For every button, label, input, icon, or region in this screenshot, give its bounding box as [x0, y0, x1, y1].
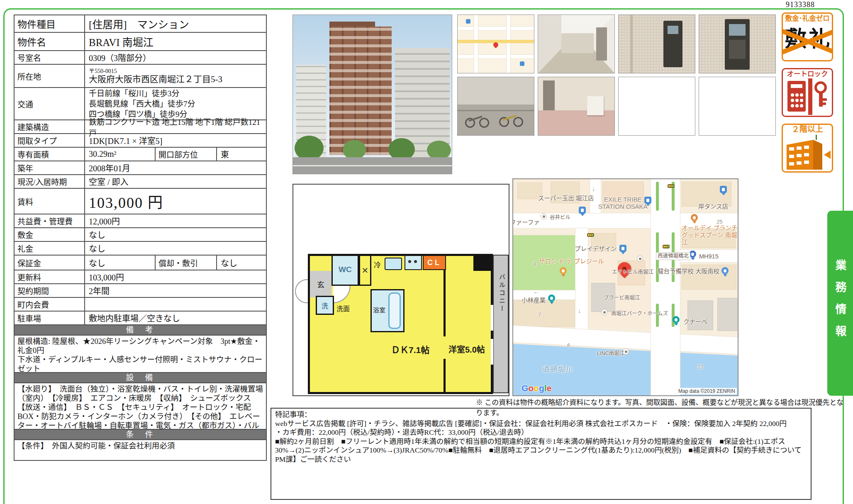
row-value: なし — [85, 228, 266, 241]
row-contract-term: 契約期間 2年間 — [15, 284, 266, 298]
minimap-road — [474, 15, 478, 73]
shop-pin-icon — [619, 245, 626, 252]
autolock-icon — [784, 78, 831, 115]
badge-crossed-chars: 敷 礼 — [783, 23, 832, 59]
row-label: 敷金 — [15, 228, 85, 241]
row-label: 物件種目 — [15, 15, 85, 32]
area-map: ↓ ↓ ← スーパー玉出 堀江店 EXILE TRIBE STATION OSA… — [512, 178, 738, 396]
map-label: スーパー玉出 堀江店 — [538, 195, 594, 202]
building-exterior-photo — [292, 15, 452, 174]
floor-plan-unit: WC ✕ 冷 CL 玄 洗 洗面 浴室 — [308, 254, 493, 394]
row-label: 号室名 — [15, 51, 85, 64]
one-way-arrow: ← — [533, 288, 539, 295]
fridge-label: 冷 — [374, 259, 381, 270]
row-property-type: 物件種目 [住居用] マンション — [15, 15, 266, 33]
entrance-interior-photo — [538, 77, 615, 136]
cl-label: CL — [427, 258, 441, 267]
minimap-road — [507, 15, 510, 73]
tree — [295, 136, 324, 161]
row-value: 103,000円 — [85, 270, 266, 283]
row-address: 所在地 〒550-0015 大阪府大阪市西区南堀江２丁目5-3 — [15, 65, 266, 88]
shop-pin-icon — [720, 186, 727, 193]
corridor-door — [596, 27, 607, 61]
badge-title: ２階以上 — [783, 125, 832, 134]
row-rent: 賃料 103,000 円 — [15, 189, 266, 214]
rack-line — [458, 110, 534, 111]
business-info-tab: 業務情報 — [827, 211, 853, 396]
bike-wheel — [479, 118, 489, 128]
row-label: 共益費・管理費 — [15, 214, 85, 227]
access-line: 千日前線「桜川」徒歩3分 — [89, 88, 180, 99]
row-label: 契約期間 — [15, 284, 85, 297]
bath-label: 浴室 — [373, 305, 385, 314]
map-label: プレイデザイン — [575, 246, 617, 253]
row-neighborhood-fee: 町内会費 — [15, 298, 266, 312]
shop-pin-icon — [579, 207, 586, 214]
row-value: BRAVI 南堀江 — [85, 33, 266, 50]
map-label: 岸タンス店 — [698, 203, 728, 210]
minimap-road — [458, 27, 534, 30]
balcony: バルコニー — [493, 255, 509, 393]
washer-space: 洗 — [316, 296, 334, 315]
badge-autolock: オートロック — [782, 68, 833, 117]
row-built-year: 築年 2008年01月 — [15, 161, 266, 175]
row-management-fee: 共益費・管理費 12,000円 — [15, 214, 266, 228]
business-info-tab-label: 業務情報 — [832, 259, 848, 347]
restaurant-pin-icon — [691, 214, 698, 221]
map-label: 25 — [717, 218, 722, 225]
remarks-text: 屋根構造: 陸屋根、★2026年リーシングキャンペーン対象 3pt★敷金・礼金0… — [15, 336, 266, 373]
room-divider-wall — [444, 270, 446, 336]
row-deposit: 敷金 なし — [15, 228, 266, 242]
row-value: 空室 / 即入 — [85, 175, 266, 188]
wc-room: WC — [331, 256, 359, 286]
row-label: 物件名 — [15, 33, 85, 50]
row-value: 2年間 — [85, 284, 266, 297]
wc-label: WC — [339, 265, 352, 274]
map-building — [687, 300, 713, 330]
closet-x: ✕ — [359, 256, 371, 286]
map-copyright: Map data ©2019 ZENRIN — [677, 388, 737, 394]
row-label: 建築構造 — [15, 120, 85, 133]
map-label: 谷井ビル — [550, 214, 570, 221]
section-header-equipment: 設 備 — [15, 373, 266, 383]
row-value: なし — [85, 256, 155, 270]
row-label: 更新料 — [15, 270, 85, 283]
map-label: ファーファ — [512, 219, 540, 226]
basin-label: 洗面 — [336, 303, 350, 313]
row-label: 専有面積 — [15, 148, 85, 161]
map-label: 6 — [567, 342, 570, 349]
balcony-label: バルコニー — [497, 274, 506, 313]
row-layout-type: 間取タイプ 1DK[DK7.1 × 洋室5] — [15, 134, 266, 148]
rent-amount: 103,000 円 — [85, 189, 266, 214]
section-header-conditions: 条 件 — [15, 430, 266, 440]
row-label: 所在地 — [15, 65, 85, 87]
row-area: 専有面積 30.29m² 開口部方位 東 — [15, 148, 266, 161]
row-parking: 駐車場 敷地内駐車場／空きなし — [15, 312, 266, 325]
photo-grid — [457, 15, 776, 136]
map-avenue — [651, 179, 680, 396]
row-value — [85, 298, 266, 311]
traffic-light-icon — [663, 245, 670, 248]
map-label: EXILE TRIBE STATION OSAKA — [598, 196, 648, 210]
row-label: 礼金 — [15, 242, 85, 255]
room-divider-wall — [444, 359, 446, 392]
map-label: エイトビル南堀江 — [612, 269, 653, 276]
map-label: 7 — [538, 311, 541, 318]
western-room-label: 洋室5.0帖 — [448, 343, 485, 355]
empty-photo-slot — [618, 77, 695, 136]
special-notes-box: 特記事項： webサービス広告掲載 [許可]・チラシ、雑誌等掲載広告 [要確認]… — [271, 408, 812, 500]
special-notes-line: ・カギ費用：22,000円（税込/契約時）・退去時RC代：33,000円（税込/… — [275, 428, 807, 437]
river-label: 道頓堀川 — [542, 366, 574, 373]
avenue-median — [656, 182, 659, 211]
washer-label: 洗 — [322, 300, 328, 310]
balcony-window-gap — [491, 305, 493, 331]
entrance-label: 玄 — [317, 279, 324, 290]
fridge-space — [385, 258, 402, 270]
special-notes-line: webサービス広告掲載 [許可]・チラシ、雑誌等掲載広告 [要確認]・保証会社：… — [275, 419, 807, 429]
wall-edge — [630, 15, 633, 73]
kitchen-counter — [405, 256, 422, 270]
map-label: クナーベ — [683, 319, 707, 326]
document-number: 9133388 — [786, 0, 815, 9]
street-lane-line — [293, 165, 452, 166]
badge-no-deposit-no-keymoney: 敷金･礼金ゼロ 敷 礼 — [782, 12, 833, 61]
